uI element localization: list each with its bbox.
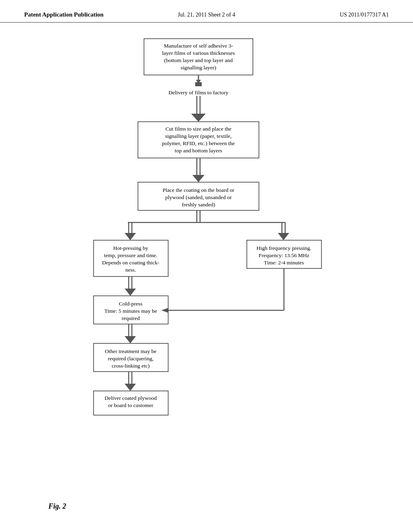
svg-marker-55	[125, 336, 136, 343]
svg-text:(bottom layer and top layer an: (bottom layer and top layer and	[164, 57, 233, 63]
svg-text:Cut films to size and place th: Cut films to size and place the	[165, 126, 231, 132]
svg-text:freshly sanded): freshly sanded)	[182, 202, 215, 208]
svg-text:cross-linking etc): cross-linking etc)	[112, 363, 150, 369]
svg-text:Delivery of films to factory: Delivery of films to factory	[169, 89, 229, 96]
header-center: Jul. 21, 2011 Sheet 2 of 4	[146, 12, 267, 18]
svg-text:High frequency pressing.: High frequency pressing.	[257, 245, 311, 251]
svg-text:required: required	[122, 315, 140, 321]
svg-text:Other treatment may be: Other treatment may be	[105, 348, 156, 354]
svg-marker-20	[192, 175, 204, 182]
svg-text:required (lacquering,: required (lacquering,	[108, 355, 153, 362]
svg-marker-12	[191, 114, 206, 122]
flowchart: text { font-family: 'Times New Roman', T…	[53, 35, 360, 490]
diagram-area: text { font-family: 'Times New Roman', T…	[0, 23, 413, 519]
svg-text:Cold-press: Cold-press	[119, 301, 143, 307]
svg-text:Manufacture of self adhesive 3: Manufacture of self adhesive 3-	[164, 43, 233, 49]
svg-text:plywood (sanded, unsanded or: plywood (sanded, unsanded or	[165, 194, 232, 200]
svg-text:Time: 2-4 minutes: Time: 2-4 minutes	[264, 260, 304, 266]
svg-text:Deliver coated plywood: Deliver coated plywood	[104, 395, 157, 401]
svg-rect-8	[195, 82, 202, 86]
fig-label: Fig. 2	[48, 502, 66, 511]
svg-text:polymer, RFID, etc.) between t: polymer, RFID, etc.) between the	[162, 140, 235, 146]
svg-text:layer films of various thickne: layer films of various thicknesses	[162, 50, 235, 56]
svg-marker-45	[125, 289, 136, 296]
svg-text:Depends on coating thick-: Depends on coating thick-	[102, 260, 160, 266]
header-right: US 2011/0177317 A1	[267, 12, 389, 18]
svg-marker-30	[125, 233, 136, 240]
svg-marker-62	[125, 384, 136, 391]
svg-text:Frequency: 13.56 MHz: Frequency: 13.56 MHz	[259, 252, 309, 258]
svg-text:Time: 5 minutes may be: Time: 5 minutes may be	[104, 308, 157, 314]
header-left: Patent Application Publication	[24, 11, 146, 18]
svg-marker-33	[278, 233, 289, 240]
svg-text:top and bottom layers: top and bottom layers	[175, 148, 222, 154]
svg-text:signalling layer): signalling layer)	[181, 64, 216, 71]
svg-text:Hot-pressing by: Hot-pressing by	[113, 245, 148, 251]
flowchart-svg: text { font-family: 'Times New Roman', T…	[24, 35, 389, 490]
svg-text:Place the coating on the board: Place the coating on the board or	[163, 187, 234, 193]
svg-text:temp, pressure and time.: temp, pressure and time.	[104, 252, 157, 258]
svg-text:or board to customer: or board to customer	[108, 402, 154, 408]
svg-text:ness.: ness.	[125, 267, 136, 273]
svg-text:signalling layer (paper, texti: signalling layer (paper, textile,	[165, 133, 232, 139]
page-header: Patent Application Publication Jul. 21, …	[0, 0, 413, 23]
